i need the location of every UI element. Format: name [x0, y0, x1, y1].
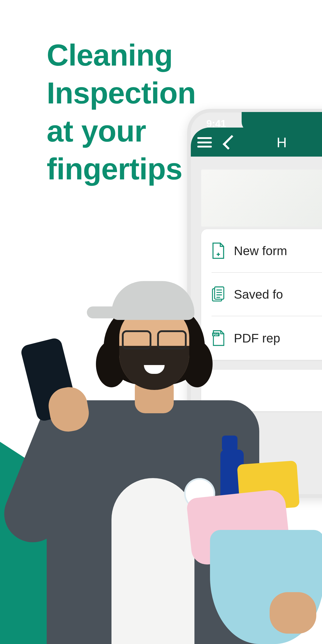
new-form-icon: [212, 242, 225, 259]
headline-line-2: Inspection: [47, 76, 196, 110]
person-photo: [16, 291, 321, 644]
app-bar: H: [191, 128, 322, 157]
headline-line-4: fingertips: [47, 152, 182, 186]
back-icon[interactable]: [223, 135, 237, 150]
headline-line-1: Cleaning: [47, 38, 173, 72]
headline: Cleaning Inspection at your fingertips: [47, 36, 196, 188]
menu-item-new-form[interactable]: New form: [212, 229, 322, 273]
headline-line-3: at your: [47, 114, 146, 148]
menu-icon[interactable]: [197, 137, 212, 148]
menu-item-label: New form: [234, 244, 287, 258]
app-bar-title: H: [277, 134, 287, 150]
hero-image: [201, 170, 322, 227]
